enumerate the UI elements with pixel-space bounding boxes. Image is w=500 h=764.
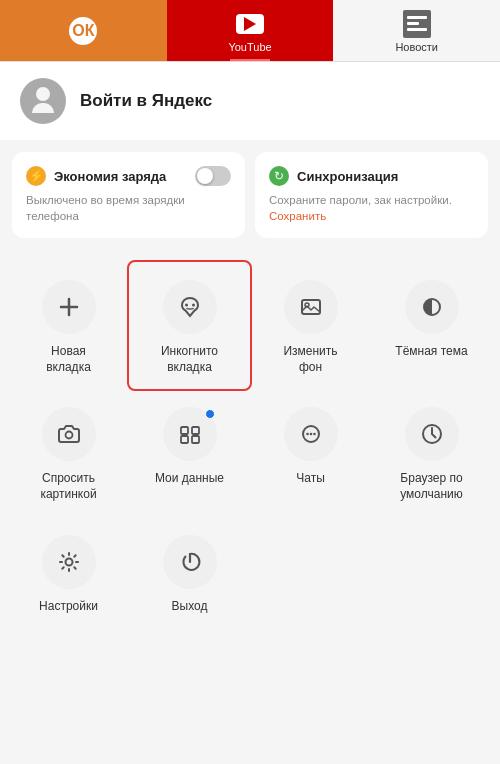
menu-item-chats[interactable]: Чаты <box>250 389 371 516</box>
sync-icon: ↻ <box>269 166 289 186</box>
power-icon <box>177 549 203 575</box>
toggle-knob <box>197 168 213 184</box>
incognito-icon-circle <box>163 280 217 334</box>
sync-card-header: ↻ Синхронизация <box>269 166 474 186</box>
image-icon <box>298 294 324 320</box>
chat-icon <box>298 421 324 447</box>
energy-title: Экономия заряда <box>54 169 166 184</box>
menu-item-my-data[interactable]: Мои данные <box>129 389 250 516</box>
settings-icon-circle <box>42 535 96 589</box>
svg-rect-11 <box>192 436 199 443</box>
svg-point-17 <box>65 558 72 565</box>
change-bg-label: Изменитьфон <box>283 344 337 375</box>
change-bg-icon-circle <box>284 280 338 334</box>
youtube-label: YouTube <box>228 41 271 53</box>
news-label: Новости <box>395 41 438 53</box>
plus-icon <box>56 294 82 320</box>
energy-card[interactable]: ⚡ Экономия заряда Выключено во время зар… <box>12 152 245 238</box>
avatar-person <box>29 87 57 115</box>
contrast-icon <box>419 294 445 320</box>
bookmark-ok[interactable]: ОК <box>0 0 167 61</box>
chats-label: Чаты <box>296 471 325 487</box>
my-data-icon-circle <box>163 407 217 461</box>
menu-grid: Новаявкладка Инкогнитовкладка Изменитьфо… <box>0 262 500 628</box>
menu-item-default-browser[interactable]: Браузер поумолчанию <box>371 389 492 516</box>
search-by-image-icon-circle <box>42 407 96 461</box>
menu-item-settings[interactable]: Настройки <box>8 517 129 629</box>
svg-point-14 <box>309 433 312 436</box>
energy-desc: Выключено во время зарядки телефона <box>26 192 231 224</box>
menu-item-change-bg[interactable]: Изменитьфон <box>250 262 371 389</box>
svg-point-2 <box>185 304 188 307</box>
svg-point-15 <box>313 433 316 436</box>
svg-rect-10 <box>181 436 188 443</box>
default-browser-icon-circle <box>405 407 459 461</box>
exit-label: Выход <box>172 599 208 615</box>
youtube-icon <box>235 9 265 39</box>
exit-icon-circle <box>163 535 217 589</box>
incognito-label: Инкогнитовкладка <box>161 344 218 375</box>
signin-section[interactable]: Войти в Яндекс <box>0 62 500 140</box>
settings-label: Настройки <box>39 599 98 615</box>
data-icon <box>177 421 203 447</box>
avatar <box>20 78 66 124</box>
clock-icon <box>419 421 445 447</box>
svg-rect-8 <box>181 427 188 434</box>
svg-point-3 <box>192 304 195 307</box>
sync-link[interactable]: Сохранить <box>269 210 326 222</box>
youtube-underline <box>230 59 270 61</box>
energy-toggle[interactable] <box>195 166 231 186</box>
mask-icon <box>177 294 203 320</box>
svg-rect-4 <box>302 300 320 314</box>
svg-point-13 <box>306 433 309 436</box>
new-tab-label: Новаявкладка <box>46 344 91 375</box>
news-icon <box>402 9 432 39</box>
menu-item-search-by-image[interactable]: Спроситькартинкой <box>8 389 129 516</box>
chats-icon-circle <box>284 407 338 461</box>
svg-rect-9 <box>192 427 199 434</box>
signin-label: Войти в Яндекс <box>80 91 212 111</box>
menu-item-incognito[interactable]: Инкогнитовкладка <box>127 260 252 391</box>
my-data-label: Мои данные <box>155 471 224 487</box>
camera-icon <box>56 421 82 447</box>
default-browser-label: Браузер поумолчанию <box>400 471 463 502</box>
bookmark-youtube[interactable]: YouTube <box>167 0 334 61</box>
sync-card[interactable]: ↻ Синхронизация Сохраните пароли, зак на… <box>255 152 488 238</box>
energy-icon: ⚡ <box>26 166 46 186</box>
search-by-image-label: Спроситькартинкой <box>40 471 96 502</box>
new-tab-icon-circle <box>42 280 96 334</box>
menu-item-dark-theme[interactable]: Тёмная тема <box>371 262 492 389</box>
ok-icon: ОК <box>68 16 98 46</box>
cards-row: ⚡ Экономия заряда Выключено во время зар… <box>0 152 500 238</box>
menu-item-new-tab[interactable]: Новаявкладка <box>8 262 129 389</box>
gear-icon <box>56 549 82 575</box>
svg-point-7 <box>65 432 72 439</box>
menu-item-exit[interactable]: Выход <box>129 517 250 629</box>
bookmark-news[interactable]: Новости <box>333 0 500 61</box>
energy-card-header: ⚡ Экономия заряда <box>26 166 231 186</box>
dark-theme-icon-circle <box>405 280 459 334</box>
dark-theme-label: Тёмная тема <box>395 344 467 360</box>
sync-title: Синхронизация <box>297 169 398 184</box>
notif-dot <box>205 409 215 419</box>
bookmarks-bar: ОК YouTube Новости <box>0 0 500 62</box>
sync-desc: Сохраните пароли, зак настройки. Сохрани… <box>269 192 474 224</box>
